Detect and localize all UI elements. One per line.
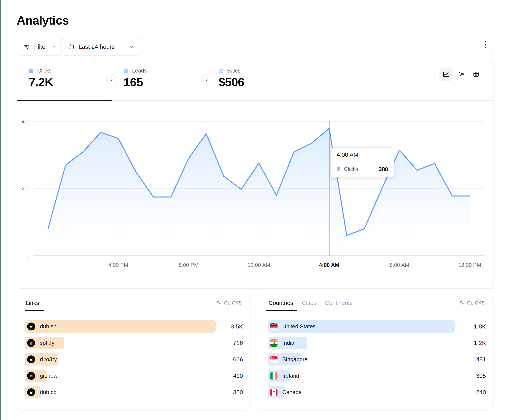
page-title: Analytics [17, 14, 69, 27]
link-clicks-value: 410 [219, 372, 243, 379]
link-row[interactable]: dub.sh 3.5K [25, 320, 243, 333]
leads-tab-label: Leads [132, 68, 147, 74]
filter-icon [23, 43, 30, 50]
svg-text:12:00 PM: 12:00 PM [458, 262, 481, 268]
chevron-down-icon [129, 44, 134, 49]
tooltip-value: 380 [379, 166, 388, 173]
country-row[interactable]: Canada 240 [268, 386, 486, 398]
tab-separator-chevron[interactable] [201, 74, 212, 85]
country-label: Canada [282, 389, 302, 395]
link-label: dub.sh [40, 323, 57, 330]
tooltip-legend-square [337, 167, 340, 171]
country-clicks-value: 240 [462, 389, 486, 396]
country-flag-icon [270, 323, 277, 330]
tab-continents[interactable]: Continents [325, 300, 353, 306]
sales-legend-square [219, 69, 223, 73]
more-options-button[interactable] [479, 37, 492, 52]
countries-metric-label: CLICKS [467, 300, 485, 306]
links-metric-label: CLICKS [224, 300, 242, 306]
links-metric-selector[interactable]: CLICKS [216, 300, 242, 306]
country-label: Singapore [282, 356, 308, 362]
cursor-click-icon [216, 300, 222, 306]
link-clicks-value: 3.5K [219, 323, 243, 330]
svg-text:12:00 AM: 12:00 AM [247, 262, 270, 268]
tab-separator-chevron[interactable] [106, 74, 117, 85]
countries-metric-selector[interactable]: CLICKS [459, 300, 485, 306]
cursor-click-icon [459, 300, 465, 306]
link-label: d.to/try [40, 356, 57, 362]
countries-panel: Countries Cities Continents CLICKS [260, 295, 494, 411]
calendar-icon [68, 43, 75, 50]
link-label: dub.co [40, 389, 57, 395]
dub-logo-icon [27, 355, 35, 363]
clicks-tab-label: Clicks [37, 68, 52, 74]
clicks-time-series-chart[interactable]: 02004004:00 PM8:00 PM12:00 AM4:00 AM8:00… [17, 101, 493, 289]
sales-tab-label: Sales [227, 68, 241, 74]
links-panel: Links CLICKS [17, 295, 251, 411]
link-row[interactable]: d.to/try 606 [25, 353, 243, 366]
filter-label: Filter [34, 43, 47, 50]
svg-text:8:00 PM: 8:00 PM [179, 262, 199, 268]
country-row[interactable]: Singapore 481 [268, 353, 486, 366]
dub-logo-icon [27, 339, 35, 347]
country-clicks-value: 305 [462, 372, 486, 379]
country-clicks-value: 481 [462, 356, 486, 363]
country-clicks-value: 1.2K [462, 340, 486, 346]
line-chart-toggle-button[interactable] [439, 68, 452, 81]
dub-logo-icon [27, 388, 35, 396]
country-clicks-value: 1.8K [462, 323, 486, 330]
clicks-legend-square [29, 69, 33, 73]
tab-leads[interactable]: Leads 165 [112, 60, 207, 101]
link-row[interactable]: spti.fyi 716 [25, 337, 243, 349]
tooltip-series-label: Clicks [344, 166, 358, 172]
leads-value: 165 [124, 75, 143, 89]
country-flag-icon [270, 372, 277, 380]
countries-rows: United States 1.8K India 1.2K [268, 320, 486, 403]
link-row[interactable]: git.new 410 [25, 370, 243, 382]
chevron-down-icon [51, 44, 57, 49]
link-clicks-value: 716 [219, 340, 243, 346]
line-chart-icon [442, 70, 450, 78]
link-clicks-value: 350 [219, 389, 243, 396]
tab-links[interactable]: Links [26, 300, 39, 306]
funnel-chart-toggle-button[interactable] [455, 68, 468, 81]
date-range-label: Last 24 hours [79, 43, 115, 50]
page-left-accent [0, 0, 1, 420]
country-label: United States [282, 323, 316, 330]
country-row[interactable]: Ireland 305 [268, 370, 486, 382]
stat-tabs: Clicks 7.2K Leads 165 Sales $506 [17, 60, 493, 101]
link-label: git.new [40, 373, 58, 379]
filter-button[interactable]: Filter [17, 38, 63, 56]
analytics-card: Clicks 7.2K Leads 165 Sales $506 [17, 60, 494, 289]
country-label: India [282, 340, 294, 346]
analytics-page: Analytics Filter Last 24 hours [0, 0, 508, 420]
link-row[interactable]: dub.co 350 [25, 386, 243, 398]
clicks-value: 7.2K [29, 75, 53, 89]
country-row[interactable]: India 1.2K [268, 337, 486, 349]
tooltip-time: 4:00 AM [331, 148, 394, 162]
country-flag-icon [270, 339, 277, 347]
dub-logo-icon [27, 323, 35, 330]
svg-text:400: 400 [22, 119, 30, 125]
tab-clicks[interactable]: Clicks 7.2K [17, 60, 112, 101]
country-label: Ireland [282, 373, 299, 379]
grid-icon [472, 70, 480, 78]
links-rows: dub.sh 3.5K spti.fyi [25, 320, 243, 403]
tab-cities[interactable]: Cities [302, 300, 316, 306]
sales-value: $506 [219, 75, 244, 89]
svg-text:0: 0 [28, 253, 30, 259]
svg-text:4:00 PM: 4:00 PM [108, 262, 128, 268]
date-range-button[interactable]: Last 24 hours [61, 38, 141, 56]
svg-text:4:00 AM: 4:00 AM [319, 262, 339, 268]
country-flag-icon [270, 389, 277, 396]
funnel-icon [457, 70, 465, 78]
country-row[interactable]: United States 1.8K [268, 320, 486, 333]
links-active-underline [25, 310, 44, 311]
tab-countries[interactable]: Countries [269, 300, 293, 306]
link-label: spti.fyi [40, 340, 56, 346]
svg-text:8:00 AM: 8:00 AM [389, 262, 409, 268]
chart-tooltip: 4:00 AM Clicks 380 [331, 147, 394, 177]
svg-text:200: 200 [22, 186, 30, 192]
table-view-toggle-button[interactable] [470, 68, 483, 81]
leads-legend-square [124, 69, 128, 73]
